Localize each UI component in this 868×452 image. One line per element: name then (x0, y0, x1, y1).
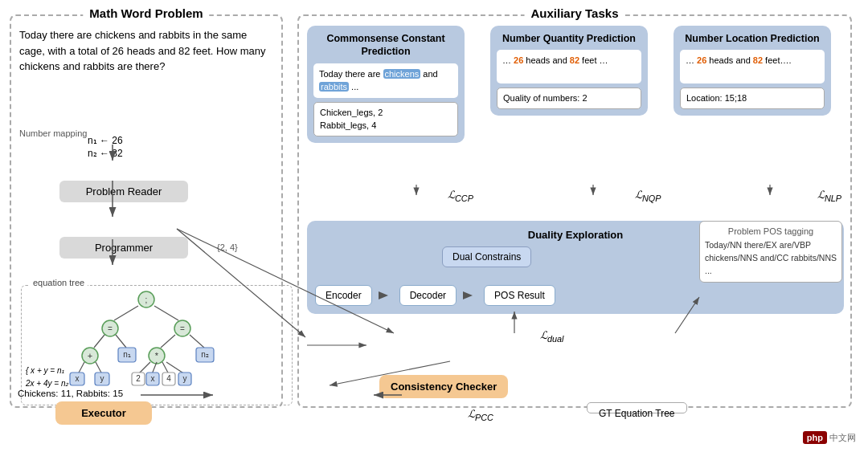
task1-content: Today there are chickens and rabbits ... (313, 63, 458, 98)
task3-content: … 26 heads and 82 feet…. (680, 50, 825, 83)
svg-line-21 (190, 335, 204, 348)
pos-tagging-box: Problem POS tagging Today/NN there/EX ar… (699, 221, 842, 283)
svg-text:4: 4 (166, 374, 171, 383)
svg-text:=: = (180, 324, 185, 333)
problem-reader-label: Problem Reader (59, 181, 188, 202)
task3-title: Number Location Prediction (680, 32, 825, 45)
arrow-enc-dec (379, 290, 393, 301)
svg-line-2 (114, 306, 138, 320)
svg-marker-39 (463, 291, 473, 299)
auxiliary-tasks-box: Auxiliary Tasks Commonsense Constant Pre… (297, 14, 852, 408)
task1-text1: Today there are (319, 69, 383, 79)
loss-nlp: ℒNLP (817, 189, 841, 203)
task1-text2: and (420, 69, 437, 79)
svg-line-9 (116, 335, 126, 348)
svg-text:;: ; (145, 295, 148, 304)
svg-text:=: = (108, 324, 113, 333)
task2-box: Number Quantity Prediction … 26 heads an… (490, 26, 648, 116)
task1-box: Commonsense Constant Prediction Today th… (307, 26, 465, 143)
chickens-result: Chickens: 11, Rabbits: 15 (18, 389, 123, 398)
task2-result-text: Quality of numbers: 2 (503, 92, 635, 105)
gt-equation-box: GT Equation Tree (587, 402, 687, 413)
decoder-box: Decoder (399, 285, 457, 306)
pos-tagging-content: Today/NN there/EX are/VBPchickens/NNS an… (705, 239, 837, 277)
duality-row: Encoder Decoder POS Result (315, 285, 836, 306)
auxiliary-tasks-title: Auxiliary Tasks (525, 6, 625, 20)
loss-ccp: ℒCCP (448, 189, 473, 203)
equation-tree-area: equation tree ; = = + (21, 285, 293, 405)
php-text: 中文网 (829, 433, 856, 442)
php-badge: php (803, 431, 827, 444)
task1-title: Commonsense Constant Prediction (313, 32, 458, 59)
main-container: Math Word Problem Today there are chicke… (0, 0, 868, 452)
consistency-checker-label: Consistency Checker (379, 375, 508, 398)
consistency-checker-wrapper: Consistency Checker (379, 375, 508, 398)
task2-num1: 26 (514, 55, 523, 65)
svg-line-20 (161, 335, 175, 348)
equation-tree-svg: ; = = + n₁ (66, 290, 243, 386)
task2-content: … 26 heads and 82 feet … (497, 50, 641, 83)
task3-result: Location: 15;18 (680, 88, 825, 109)
number-mapping-label: Number mapping (19, 128, 87, 138)
task1-result-text: Chicken_legs, 2 (320, 106, 452, 120)
task3-num2: 82 (753, 55, 763, 65)
problem-reader-box: Problem Reader (59, 181, 188, 202)
executor-box: Executor (55, 401, 152, 425)
dual-constrains-box: Dual Constrains (442, 246, 531, 267)
svg-text:x: x (151, 374, 155, 383)
svg-text:n₁: n₁ (123, 350, 131, 359)
loss-pcc: ℒPCC (468, 408, 493, 422)
task2-title: Number Quantity Prediction (497, 32, 641, 45)
problem-text: Today there are chickens and rabbits in … (19, 27, 273, 75)
svg-text:x: x (76, 374, 80, 383)
svg-marker-38 (379, 291, 388, 299)
task3-result-text: Location: 15;18 (686, 92, 818, 105)
math-word-problem-box: Math Word Problem Today there are chicke… (10, 14, 283, 408)
pos-tagging-title: Problem POS tagging (705, 226, 837, 236)
equation-tree-label: equation tree (30, 278, 88, 287)
task3-box: Number Location Prediction … 26 heads an… (674, 26, 831, 116)
task1-result-text2: Rabbit_legs, 4 (320, 119, 452, 132)
task1-highlight1: chickens (383, 69, 421, 79)
task1-text3: ... (349, 82, 358, 92)
pos-result-box: POS Result (484, 285, 555, 306)
loss-nqp: ℒNQP (635, 189, 661, 203)
gt-equation-label: GT Equation Tree (599, 408, 675, 419)
programmer-box: Programmer (59, 237, 188, 259)
equations-text: { x + y = n₁ 2x + 4y = n₂ (26, 364, 68, 390)
svg-text:2: 2 (136, 374, 141, 383)
dual-constrains-label: Dual Constrains (452, 251, 521, 263)
task1-highlight2: rabbits (319, 82, 349, 92)
svg-text:y: y (100, 374, 104, 383)
n2-mapping: n₂ ← 82 (88, 148, 123, 159)
task2-num2: 82 (570, 55, 579, 65)
math-word-problem-title: Math Word Problem (83, 6, 209, 20)
encoder-box: Encoder (315, 285, 372, 306)
svg-text:*: * (155, 351, 159, 360)
svg-text:+: + (88, 351, 92, 360)
executor-label: Executor (55, 401, 152, 425)
arrow-dec-pos (463, 290, 477, 301)
n1-mapping: n₁ ← 26 (88, 135, 123, 146)
task3-num1: 26 (697, 55, 706, 65)
svg-text:n₂: n₂ (201, 350, 209, 359)
task1-result: Chicken_legs, 2 Rabbit_legs, 4 (313, 102, 458, 136)
programmer-label: Programmer (59, 237, 188, 259)
svg-line-8 (94, 335, 104, 348)
php-logo: php 中文网 (803, 432, 856, 444)
loss-dual: ℒdual (540, 329, 563, 344)
svg-text:y: y (183, 374, 187, 383)
svg-line-3 (154, 306, 178, 320)
task2-result: Quality of numbers: 2 (497, 88, 641, 109)
